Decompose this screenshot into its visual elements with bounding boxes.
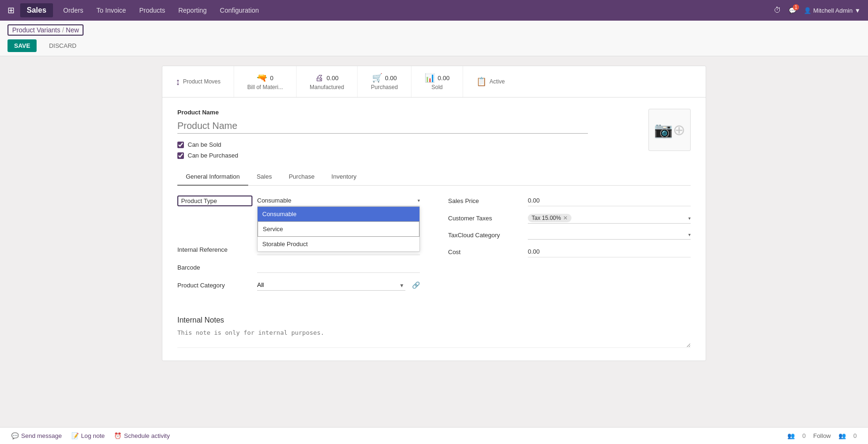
barcode-label: Barcode (177, 264, 252, 271)
customer-taxes-wrapper[interactable]: Tax 15.00% ✕ ▾ (528, 213, 691, 224)
topbar: Product Variants / New SAVE DISCARD (0, 21, 868, 56)
tab-sales[interactable]: Sales (248, 168, 281, 186)
stat-bill-of-materials[interactable]: 🔫 0 Bill of Materi... (234, 66, 297, 97)
internal-notes-input[interactable] (177, 329, 691, 348)
schedule-icon: ⏰ (114, 432, 122, 439)
schedule-activity-button[interactable]: ⏰ Schedule activity (114, 432, 170, 439)
tab-inventory[interactable]: Inventory (323, 168, 365, 186)
bom-icon: 🔫 (257, 73, 267, 83)
product-category-select[interactable]: All (257, 279, 405, 291)
follow-button[interactable]: Follow (813, 432, 831, 439)
active-label: Active (489, 78, 505, 85)
cost-row: Cost (448, 246, 691, 257)
product-image-placeholder[interactable]: 📷⊕ (648, 109, 691, 151)
product-type-display[interactable]: Consumable ▾ (257, 195, 420, 206)
purchased-value: 0.00 (385, 75, 397, 82)
tax-remove-icon[interactable]: ✕ (563, 215, 568, 221)
internal-notes: Internal Notes (177, 316, 691, 349)
nav-products[interactable]: Products (138, 5, 166, 16)
bom-label: Bill of Materi... (247, 84, 283, 90)
internal-reference-label: Internal Reference (177, 246, 252, 253)
product-type-dropdown[interactable]: Consumable ▾ Consumable Service Storable… (257, 195, 420, 206)
cost-label: Cost (448, 248, 523, 256)
discard-button[interactable]: DISCARD (42, 39, 83, 52)
user-menu[interactable]: 👤 Mitchell Admin ▼ (804, 7, 860, 14)
tab-purchase[interactable]: Purchase (280, 168, 323, 186)
tab-right: Sales Price Customer Taxes Tax 15.00% ✕ … (448, 195, 691, 297)
manufactured-icon: 🖨 (315, 73, 324, 83)
breadcrumb-link[interactable]: Product Variants (12, 26, 60, 34)
nav-configuration[interactable]: Configuration (219, 5, 260, 16)
bottom-bar: 💬 Send message 📝 Log note ⏰ Schedule act… (0, 427, 868, 439)
app-brand[interactable]: Sales (20, 3, 53, 17)
checkboxes: Can be Sold Can be Purchased (177, 141, 691, 159)
sold-label: Sold (431, 84, 442, 90)
navbar: ⊞ Sales Orders To Invoice Products Repor… (0, 0, 868, 21)
nav-to-invoice[interactable]: To Invoice (96, 5, 127, 16)
product-name-input[interactable] (177, 119, 588, 134)
stat-sold[interactable]: 📊 0.00 Sold (411, 66, 463, 97)
product-type-label: Product Type (177, 196, 252, 206)
taxcloud-row: TaxCloud Category ▾ (448, 230, 691, 240)
cost-input[interactable] (528, 246, 691, 257)
stat-active[interactable]: 📋 Active (463, 66, 518, 97)
stat-product-moves[interactable]: ↕ Product Moves (162, 66, 234, 97)
can-be-sold-checkbox[interactable]: Can be Sold (177, 141, 691, 148)
grid-icon[interactable]: ⊞ (8, 5, 15, 15)
sold-icon: 📊 (425, 73, 435, 83)
stat-manufactured[interactable]: 🖨 0.00 Manufactured (297, 66, 358, 97)
save-button[interactable]: SAVE (8, 39, 37, 52)
sales-price-input[interactable] (528, 195, 691, 206)
sold-value: 0.00 (438, 75, 449, 82)
chat-icon-wrapper[interactable]: 💬 1 (789, 7, 796, 14)
followers-icon: 👥 (787, 432, 795, 439)
manufactured-label: Manufactured (310, 84, 344, 90)
nav-orders[interactable]: Orders (62, 5, 84, 16)
send-message-label: Send message (21, 432, 62, 439)
tab-general-information[interactable]: General Information (177, 168, 248, 186)
members-icon: 👥 (838, 432, 846, 439)
breadcrumb-current: New (66, 26, 79, 34)
taxcloud-select[interactable]: ▾ (528, 230, 691, 240)
product-type-value: Consumable (257, 197, 291, 204)
taxcloud-arrow[interactable]: ▾ (688, 232, 691, 237)
stats-bar: ↕ Product Moves 🔫 0 Bill of Materi... 🖨 … (162, 66, 706, 98)
clock-icon[interactable]: ⏱ (774, 6, 781, 15)
option-storable[interactable]: Storable Product (258, 237, 419, 251)
bom-value: 0 (270, 75, 273, 82)
product-type-row: Product Type Consumable ▾ Consumable Ser… (177, 195, 420, 206)
option-service[interactable]: Service (258, 221, 419, 237)
tabs-bar: General Information Sales Purchase Inven… (177, 168, 691, 186)
sales-price-row: Sales Price (448, 195, 691, 206)
can-be-sold-label: Can be Sold (188, 141, 221, 148)
send-message-button[interactable]: 💬 Send message (11, 432, 62, 439)
breadcrumb: Product Variants / New (8, 24, 860, 36)
user-dropdown-icon: ▼ (854, 7, 860, 14)
sales-price-label: Sales Price (448, 197, 523, 204)
nav-menu: Orders To Invoice Products Reporting Con… (62, 5, 774, 16)
tax-badge: Tax 15.00% ✕ (528, 214, 571, 222)
user-name: Mitchell Admin (813, 7, 853, 14)
bottom-right: 👥 0 Follow 👥 0 (787, 432, 857, 439)
customer-taxes-label: Customer Taxes (448, 215, 523, 222)
can-be-purchased-checkbox[interactable]: Can be Purchased (177, 152, 691, 159)
product-body: Product Name Can be Sold Can be Purchase… (162, 98, 706, 361)
product-type-arrow: ▾ (418, 198, 420, 203)
stat-purchased[interactable]: 🛒 0.00 Purchased (358, 66, 411, 97)
product-card: ↕ Product Moves 🔫 0 Bill of Materi... 🖨 … (162, 66, 706, 361)
barcode-input[interactable] (257, 262, 420, 273)
option-consumable[interactable]: Consumable (258, 207, 419, 221)
log-note-button[interactable]: 📝 Log note (71, 432, 105, 439)
schedule-label: Schedule activity (124, 432, 170, 439)
external-link-icon[interactable]: 🔗 (412, 281, 420, 289)
customer-taxes-arrow[interactable]: ▾ (688, 216, 691, 221)
product-moves-icon: ↕ (175, 76, 180, 87)
general-tab-content: Product Type Consumable ▾ Consumable Ser… (177, 186, 691, 307)
tab-left: Product Type Consumable ▾ Consumable Ser… (177, 195, 420, 297)
breadcrumb-box: Product Variants / New (8, 24, 84, 36)
nav-reporting[interactable]: Reporting (177, 5, 208, 16)
user-avatar-icon: 👤 (804, 7, 811, 14)
product-moves-label: Product Moves (183, 78, 221, 85)
navbar-right: ⏱ 💬 1 👤 Mitchell Admin ▼ (774, 6, 860, 15)
followers-count: 0 (802, 432, 806, 439)
